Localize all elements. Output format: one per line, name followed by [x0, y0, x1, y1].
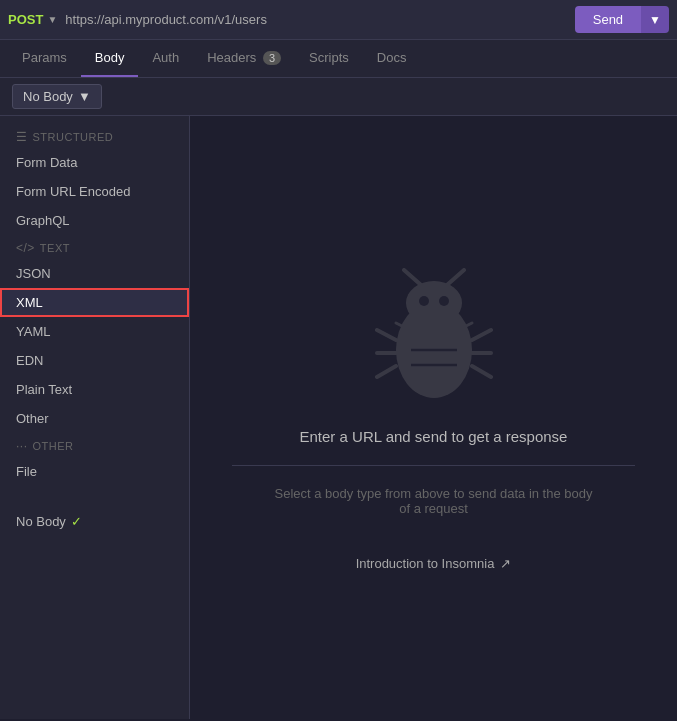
bug-icon-area [369, 265, 499, 408]
body-sub-header: No Body ▼ [0, 78, 677, 116]
no-body-bottom-label: No Body [16, 514, 66, 529]
intro-link-area: Introduction to Insomnia ↗ [356, 556, 512, 571]
main-message: Enter a URL and send to get a response [300, 428, 568, 445]
sidebar-item-form-data[interactable]: Form Data [0, 148, 189, 177]
text-icon: </> [16, 241, 35, 255]
sub-message: Select a body type from above to send da… [274, 486, 594, 516]
sidebar-item-other[interactable]: Other [0, 404, 189, 433]
bug-icon [369, 265, 499, 405]
text-section-label: </> TEXT [0, 235, 189, 259]
send-dropdown-button[interactable]: ▼ [641, 6, 669, 33]
body-type-sidebar: ☰ STRUCTURED Form Data Form URL Encoded … [0, 116, 190, 719]
structured-section-label: ☰ STRUCTURED [0, 124, 189, 148]
response-panel: Enter a URL and send to get a response S… [190, 116, 677, 719]
sidebar-item-yaml[interactable]: YAML [0, 317, 189, 346]
svg-point-1 [406, 281, 462, 325]
send-button[interactable]: Send [575, 6, 641, 33]
method-selector[interactable]: POST ▼ [8, 12, 57, 27]
svg-point-4 [419, 296, 429, 306]
svg-line-11 [472, 366, 491, 377]
other-icon: ··· [16, 439, 28, 453]
sidebar-item-plain-text[interactable]: Plain Text [0, 375, 189, 404]
external-link-icon: ↗ [500, 556, 511, 571]
svg-point-5 [439, 296, 449, 306]
no-body-selector[interactable]: No Body ▼ [12, 84, 102, 109]
tab-headers[interactable]: Headers 3 [193, 40, 295, 77]
sidebar-item-form-url-encoded[interactable]: Form URL Encoded [0, 177, 189, 206]
tab-body[interactable]: Body [81, 40, 139, 77]
headers-badge: 3 [263, 51, 281, 65]
send-button-group: Send ▼ [575, 6, 669, 33]
sidebar-item-json[interactable]: JSON [0, 259, 189, 288]
svg-line-6 [377, 330, 396, 340]
tab-scripts[interactable]: Scripts [295, 40, 363, 77]
tab-params[interactable]: Params [8, 40, 81, 77]
tab-auth[interactable]: Auth [138, 40, 193, 77]
other-section-label: ··· OTHER [0, 433, 189, 457]
url-input[interactable] [65, 12, 566, 27]
svg-line-3 [447, 270, 464, 285]
method-label: POST [8, 12, 43, 27]
tab-docs[interactable]: Docs [363, 40, 421, 77]
divider [232, 465, 634, 466]
sidebar-item-xml[interactable]: XML [0, 288, 189, 317]
structured-icon: ☰ [16, 130, 28, 144]
tabs-bar: Params Body Auth Headers 3 Scripts Docs [0, 40, 677, 78]
svg-line-8 [377, 366, 396, 377]
intro-link[interactable]: Introduction to Insomnia ↗ [356, 556, 512, 571]
svg-line-2 [404, 270, 421, 285]
no-body-bottom-area: No Body ✓ [0, 506, 189, 537]
no-body-checkmark: ✓ [71, 514, 82, 529]
svg-line-9 [472, 330, 491, 340]
url-bar: POST ▼ Send ▼ [0, 0, 677, 40]
sidebar-item-edn[interactable]: EDN [0, 346, 189, 375]
sidebar-item-file[interactable]: File [0, 457, 189, 486]
method-arrow: ▼ [47, 14, 57, 25]
main-content: ☰ STRUCTURED Form Data Form URL Encoded … [0, 116, 677, 719]
sidebar-item-graphql[interactable]: GraphQL [0, 206, 189, 235]
